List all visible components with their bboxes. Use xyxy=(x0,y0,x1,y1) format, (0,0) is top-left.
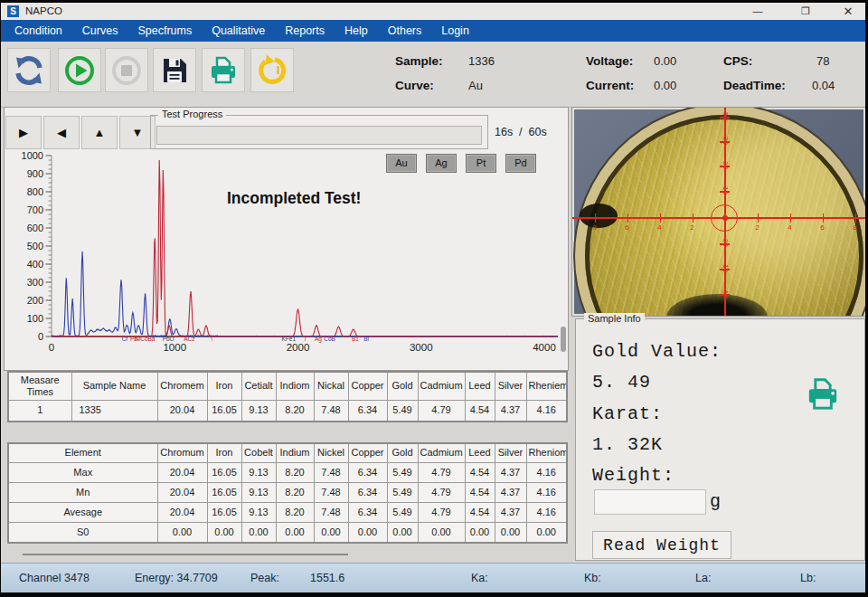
y-axis-tick-label: 300 xyxy=(27,277,43,288)
reticle-h-tick xyxy=(660,213,662,223)
status-peak-value: 1551.6 xyxy=(310,572,344,584)
sample-info-label: Sample Info xyxy=(584,313,645,324)
peak-element-label: NiCoBa xyxy=(135,336,156,342)
undo-button[interactable] xyxy=(250,48,294,92)
reticle-h-tick-label: 6 xyxy=(816,223,829,232)
reticle-v-tick-label: 30 xyxy=(722,137,730,145)
maximize-button[interactable]: ❐ xyxy=(792,3,819,20)
table-cell: 8.20 xyxy=(276,483,314,503)
print-button[interactable] xyxy=(202,48,245,92)
table-cell: 4.16 xyxy=(526,463,567,483)
table-cell: 6.34 xyxy=(348,463,387,483)
nav-left-button[interactable]: ◀ xyxy=(43,116,80,149)
element-button-pt[interactable]: Pt xyxy=(466,154,496,173)
weight-input[interactable] xyxy=(594,489,706,515)
table-cell: 9.13 xyxy=(241,463,276,483)
weight-label: Weight: xyxy=(592,465,675,486)
element-button-ag[interactable]: Ag xyxy=(426,154,457,173)
status-ka: Ka: xyxy=(471,572,488,584)
save-button[interactable] xyxy=(153,48,196,92)
column-header: Silver xyxy=(495,443,526,463)
element-button-pd[interactable]: Pd xyxy=(505,154,536,173)
menu-item-condition[interactable]: Condition xyxy=(5,20,72,42)
gold-value: 5. 49 xyxy=(592,372,651,393)
app-logo-icon: S xyxy=(7,5,19,17)
refresh-button[interactable] xyxy=(7,48,51,92)
karat-value: 1. 32K xyxy=(592,434,663,455)
table-cell: 4.54 xyxy=(465,401,495,422)
element-button-au[interactable]: Au xyxy=(386,154,417,173)
y-axis-tick-label: 700 xyxy=(27,204,43,215)
stop-button[interactable] xyxy=(105,48,148,92)
table-cell: 4.79 xyxy=(418,401,465,422)
nav-up-button[interactable]: ▲ xyxy=(81,116,118,149)
menu-item-curves[interactable]: Curves xyxy=(72,20,128,42)
x-axis-tick-label: 0 xyxy=(49,342,54,353)
chart-scrollbar-thumb[interactable] xyxy=(561,327,566,352)
column-header: Iron xyxy=(207,443,241,463)
table-cell: 0.00 xyxy=(526,523,567,544)
table-cell: 7.48 xyxy=(314,463,348,483)
table-cell: 0.00 xyxy=(387,523,418,544)
print-result-icon[interactable] xyxy=(802,375,844,413)
menu-item-reports[interactable]: Reports xyxy=(275,20,335,42)
column-header: Indium xyxy=(276,443,314,463)
undo-icon xyxy=(256,54,288,87)
test-progress-label: Test Progress xyxy=(158,109,226,119)
table-row: S00.000.000.000.000.000.000.000.000.000.… xyxy=(8,523,567,544)
table-cell: 9.13 xyxy=(241,401,276,422)
column-header: Leed xyxy=(465,443,495,463)
column-header: Nickel xyxy=(314,443,348,463)
table-cell: 0.00 xyxy=(348,523,387,544)
reticle-v-tick-label: 10 xyxy=(722,264,730,272)
reticle-h-tick-label: 2 xyxy=(686,223,699,232)
column-header: Silver xyxy=(495,372,526,401)
reticle-v-tick-label: 40 xyxy=(722,289,730,298)
y-axis-tick-label: 400 xyxy=(27,259,43,270)
deadtime-value: 0.04 xyxy=(812,79,835,92)
column-header: Cobelt xyxy=(241,443,276,463)
y-axis-tick-label: 500 xyxy=(27,241,43,251)
status-energy: Energy: 34.7709 xyxy=(135,572,218,584)
progress-bar xyxy=(156,126,482,145)
menu-item-specfrums[interactable]: Specfrums xyxy=(127,20,202,42)
cps-label: CPS: xyxy=(723,54,752,68)
column-header: Copper xyxy=(348,372,387,401)
menu-item-login[interactable]: Login xyxy=(431,20,479,42)
menu-item-others[interactable]: Others xyxy=(378,20,432,42)
reticle-h-tick-label: 8 xyxy=(849,223,862,232)
print-icon xyxy=(207,54,240,87)
table-cell: 7.48 xyxy=(314,483,348,503)
table-cell: 1 xyxy=(8,401,71,422)
y-axis-tick-label: 200 xyxy=(27,295,43,306)
status-la: La: xyxy=(695,572,711,584)
peak-element-label: ACz xyxy=(184,336,194,342)
column-header: Rheniom xyxy=(526,443,567,463)
table-cell: 7.48 xyxy=(314,401,348,422)
nav-right-button[interactable]: ▶ xyxy=(5,116,42,149)
column-header: Cadmium xyxy=(418,372,465,401)
column-header: Chromem xyxy=(157,372,207,401)
table-cell: 9.13 xyxy=(241,483,276,503)
menu-item-qualitative[interactable]: Qualitative xyxy=(202,20,275,42)
table-cell: 0.00 xyxy=(495,523,526,544)
total-time: 60s xyxy=(529,126,547,138)
column-header: Gold xyxy=(387,372,418,401)
menu-item-help[interactable]: Help xyxy=(335,20,378,42)
x-axis-tick-label: 1000 xyxy=(163,342,186,353)
x-axis-tick-label: 4000 xyxy=(533,342,556,353)
peak-element-label: PbO xyxy=(163,336,175,342)
read-weight-button[interactable]: Read Weight xyxy=(592,531,731,559)
peak-element-label: \ xyxy=(211,336,212,342)
close-button[interactable]: ✕ xyxy=(835,3,862,20)
minimize-button[interactable]: — xyxy=(744,3,771,20)
reticle-h-tick-label: 4 xyxy=(784,223,797,232)
reticle-v-tick-label: 20 xyxy=(722,239,730,247)
table-cell: 16.05 xyxy=(207,401,241,422)
status-lb: Lb: xyxy=(800,572,816,584)
elapsed-time: 16s xyxy=(495,126,513,138)
table-cell: 4.37 xyxy=(495,483,526,503)
status-peak-label: Peak: xyxy=(250,572,279,584)
start-button[interactable] xyxy=(58,48,101,92)
title-bar: S NAPCO — ❐ ✕ xyxy=(1,3,865,21)
